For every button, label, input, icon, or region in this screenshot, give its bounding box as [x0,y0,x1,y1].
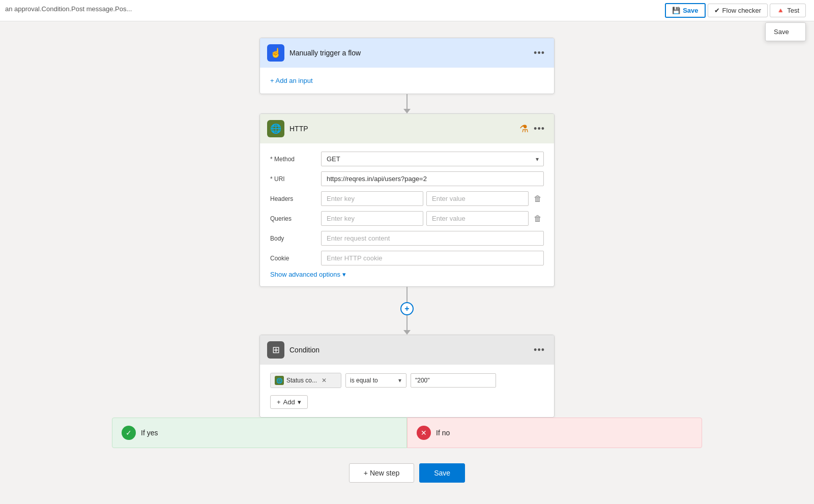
condition-tag: 🌐 Status co... ✕ [270,373,341,388]
condition-grid-icon: ⊞ [272,344,280,355]
connector-2: + [400,287,414,335]
condition-card: ⊞ Condition ••• 🌐 Status co... ✕ is equa… [259,335,555,418]
method-select[interactable]: GETPOSTPUT DELETEPATCH [321,152,544,166]
save-button[interactable]: 💾 Save [665,3,705,18]
queries-label: Queries [270,211,316,222]
save-dropdown-item[interactable]: Save [766,25,805,39]
branch-yes-label: If yes [141,429,158,437]
uri-row: * URI [270,171,544,186]
vert-line-1 [406,94,408,109]
branch-row: ✓ If yes ✕ If no [112,418,702,448]
condition-row: 🌐 Status co... ✕ is equal to is not equa… [270,373,544,388]
trigger-body: + Add an input [260,68,554,94]
test-button[interactable]: 🔺 Test [770,4,806,17]
bottom-save-button[interactable]: Save [419,463,465,483]
queries-trash-button[interactable]: 🗑 [532,211,544,226]
branch-yes-icon: ✓ [122,426,136,440]
vert-line-2 [406,287,408,302]
arrow-down-2 [403,330,411,335]
trigger-header: ☝ Manually trigger a flow ••• [260,38,554,68]
trigger-title: Manually trigger a flow [289,49,527,57]
uri-input[interactable] [321,171,544,186]
cookie-row: Cookie [270,251,544,265]
http-globe-icon: 🌐 [270,123,281,134]
save-label: Save [683,7,698,14]
headers-trash-button[interactable]: 🗑 [532,191,544,206]
body-label: Body [270,231,316,242]
method-select-wrap: GETPOSTPUT DELETEPATCH ▾ [321,152,544,166]
http-header: 🌐 HTTP ⚗ ••• [260,114,554,143]
new-step-button[interactable]: + New step [349,463,414,483]
trigger-hand-icon: ☝ [270,47,281,58]
show-advanced-button[interactable]: Show advanced options ▾ [270,271,346,278]
condition-operator-select[interactable]: is equal to is not equal to is greater t… [345,373,406,388]
headers-value-input[interactable] [426,191,529,206]
flow-canvas: ☝ Manually trigger a flow ••• + Add an i… [0,22,814,504]
add-condition-plus-icon: + [277,398,281,406]
cookie-label: Cookie [270,251,316,262]
queries-key-input[interactable] [321,211,423,226]
branch-no-label: If no [436,429,450,437]
branch-no: ✕ If no [407,418,702,448]
condition-operator-wrap: is equal to is not equal to is greater t… [345,373,406,388]
condition-more-button[interactable]: ••• [532,344,547,357]
condition-body: 🌐 Status co... ✕ is equal to is not equa… [260,365,554,417]
flow-checker-button[interactable]: ✔ Flow checker [708,4,768,17]
save-dropdown: Save [765,22,806,41]
add-step-button[interactable]: + [400,302,414,315]
trigger-icon: ☝ [267,44,284,62]
add-input-button[interactable]: + Add an input [270,76,313,85]
bottom-actions: + New step Save [349,463,465,483]
http-icon: 🌐 [267,120,284,137]
condition-tag-icon: 🌐 [275,376,284,385]
trigger-more-button[interactable]: ••• [532,47,547,60]
branch-no-icon: ✕ [417,426,431,440]
method-label: * Method [270,152,316,163]
condition-title: Condition [289,346,527,354]
http-card: 🌐 HTTP ⚗ ••• * Method GETPOSTPUT DELETEP… [259,113,555,287]
trigger-actions: ••• [532,47,547,60]
queries-row: Queries 🗑 [270,211,544,226]
test-icon: 🔺 [776,7,784,14]
flow-checker-label: Flow checker [722,7,762,14]
add-condition-button[interactable]: + Add ▾ [270,395,308,409]
flask-icon: ⚗ [519,123,529,135]
condition-header: ⊞ Condition ••• [260,335,554,365]
body-input[interactable] [321,231,544,246]
uri-label: * URI [270,171,316,183]
add-condition-label: Add [283,398,295,406]
method-row: * Method GETPOSTPUT DELETEPATCH ▾ [270,152,544,166]
condition-actions: ••• [532,344,547,357]
headers-key-input[interactable] [321,191,423,206]
http-more-button[interactable]: ••• [532,123,547,135]
condition-icon: ⊞ [267,341,284,359]
checkmark-icon: ✓ [126,429,132,437]
add-input-label: + Add an input [270,77,313,84]
breadcrumb: an approval.Condition.Post message.Pos..… [5,5,132,13]
trigger-card: ☝ Manually trigger a flow ••• + Add an i… [259,38,555,94]
test-label: Test [787,7,799,14]
chevron-down-icon: ▾ [342,271,346,278]
http-body: * Method GETPOSTPUT DELETEPATCH ▾ * URI … [260,143,554,286]
show-advanced-label: Show advanced options [270,271,340,278]
flow-checker-icon: ✔ [714,7,720,14]
vert-line-3 [406,315,408,331]
headers-label: Headers [270,191,316,202]
body-row: Body [270,231,544,246]
headers-kv: 🗑 [321,191,544,206]
new-step-label: + New step [364,469,399,477]
queries-value-input[interactable] [426,211,529,226]
condition-tag-remove-button[interactable]: ✕ [322,377,327,384]
save-icon: 💾 [672,7,680,14]
arrow-down-1 [403,109,411,113]
branch-yes: ✓ If yes [112,418,407,448]
add-condition-caret-icon: ▾ [298,398,301,406]
queries-kv: 🗑 [321,211,544,226]
http-actions: ⚗ ••• [519,123,547,135]
connector-1 [403,94,411,113]
condition-tag-label: Status co... [286,377,317,384]
condition-value-input[interactable] [411,373,496,388]
x-icon: ✕ [421,429,427,437]
bottom-save-label: Save [434,469,450,477]
cookie-input[interactable] [321,251,544,265]
